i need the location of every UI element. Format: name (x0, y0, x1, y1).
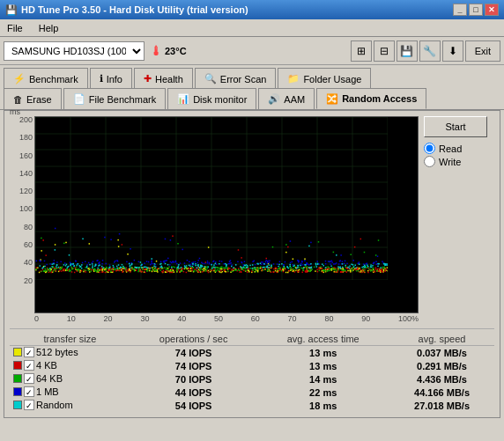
write-radio[interactable] (424, 156, 435, 167)
row-label-2: ✓ 64 KB (10, 372, 130, 386)
close-button[interactable]: ✕ (485, 4, 499, 16)
toolbar-btn-2[interactable]: ⊟ (374, 40, 395, 62)
tab-random-access[interactable]: 🔀 Random Access (316, 88, 426, 109)
radio-group: Read Write (424, 143, 462, 167)
tab-disk-monitor[interactable]: 📊 Disk monitor (167, 88, 256, 109)
y-tick-200: 200 (10, 116, 34, 124)
row-access-time-3: 22 ms (256, 386, 389, 399)
data-table: transfer size operations / sec avg. acce… (10, 333, 494, 412)
chart-controls: Start Read Write (424, 116, 494, 323)
y-tick-100: 100 (10, 205, 34, 213)
title-bar-text: HD Tune Pro 3.50 - Hard Disk Utility (tr… (21, 4, 248, 15)
read-radio-label[interactable]: Read (424, 143, 462, 154)
chart-wrapper: ms 200 180 160 140 120 100 80 60 40 20 (10, 116, 419, 323)
disk-monitor-icon: 📊 (177, 93, 189, 105)
x-tick-40: 40 (177, 314, 186, 323)
tab-file-benchmark[interactable]: 📄 File Benchmark (63, 88, 166, 109)
row-speed-4: 27.018 MB/s (389, 399, 494, 412)
exit-button[interactable]: Exit (465, 40, 500, 62)
row-ops-4: 54 IOPS (130, 399, 257, 412)
write-radio-label[interactable]: Write (424, 156, 462, 167)
x-tick-60: 60 (251, 314, 260, 323)
row-ops-0: 74 IOPS (130, 346, 257, 360)
chart-container: ms 200 180 160 140 120 100 80 60 40 20 (10, 116, 494, 323)
table-row: ✓ 1 MB 44 IOPS 22 ms 44.166 MB/s (10, 386, 494, 399)
y-tick-120: 120 (10, 187, 34, 195)
toolbar-btn-1[interactable]: ⊞ (351, 40, 372, 62)
y-tick-80: 80 (10, 224, 34, 232)
toolbar-btn-5[interactable]: ⬇ (442, 40, 463, 62)
x-tick-90: 90 (361, 314, 370, 323)
tab-info[interactable]: ℹ Info (90, 68, 132, 89)
y-tick-40: 40 (10, 259, 34, 267)
row-access-time-0: 13 ms (256, 346, 389, 360)
read-radio[interactable] (424, 143, 435, 154)
tabs-row-2: 🗑 Erase 📄 File Benchmark 📊 Disk monitor … (0, 88, 504, 110)
tab-folder-usage[interactable]: 📁 Folder Usage (278, 68, 371, 89)
y-tick-160: 160 (10, 152, 34, 160)
menu-bar: File Help (0, 19, 504, 37)
row-speed-3: 44.166 MB/s (389, 386, 494, 399)
y-tick-60: 60 (10, 241, 34, 249)
data-table-container: transfer size operations / sec avg. acce… (10, 328, 494, 412)
x-tick-50: 50 (214, 314, 223, 323)
toolbar-btn-3[interactable]: 💾 (397, 40, 418, 62)
row-ops-3: 44 IOPS (130, 386, 257, 399)
tab-erase[interactable]: 🗑 Erase (4, 88, 62, 109)
y-tick-20: 20 (10, 277, 34, 285)
title-bar-controls: _ □ ✕ (453, 4, 499, 16)
row-label-1: ✓ 4 KB (10, 359, 130, 372)
row-ops-1: 74 IOPS (130, 359, 257, 372)
x-tick-0: 0 (34, 314, 39, 323)
info-icon: ℹ (100, 73, 103, 85)
row-label-4: ✓ Random (10, 399, 130, 412)
y-axis: ms 200 180 160 140 120 100 80 60 40 20 (10, 116, 34, 323)
row-ops-2: 70 IOPS (130, 372, 257, 386)
tab-benchmark[interactable]: ⚡ Benchmark (4, 68, 88, 89)
table-row: ✓ 4 KB 74 IOPS 13 ms 0.291 MB/s (10, 359, 494, 372)
row-speed-0: 0.037 MB/s (389, 346, 494, 360)
error-scan-icon: 🔍 (204, 73, 217, 85)
erase-icon: 🗑 (13, 94, 23, 105)
app-icon: 💾 (5, 4, 18, 16)
minimize-button[interactable]: _ (453, 4, 467, 16)
y-tick-180: 180 (10, 134, 34, 142)
row-access-time-1: 13 ms (256, 359, 389, 372)
menu-help[interactable]: Help (35, 22, 63, 34)
col-access-time: avg. access time (256, 333, 389, 346)
tab-error-scan[interactable]: 🔍 Error Scan (195, 68, 277, 89)
menu-file[interactable]: File (4, 22, 26, 34)
x-tick-70: 70 (288, 314, 297, 323)
benchmark-icon: ⚡ (13, 73, 26, 85)
x-tick-20: 20 (104, 314, 113, 323)
table-row: ✓ Random 54 IOPS 18 ms 27.018 MB/s (10, 399, 494, 412)
tabs-row-1: ⚡ Benchmark ℹ Info ✚ Health 🔍 Error Scan… (0, 65, 504, 89)
toolbar-btn-4[interactable]: 🔧 (419, 40, 441, 62)
start-button[interactable]: Start (424, 116, 487, 137)
table-row: ✓ 64 KB 70 IOPS 14 ms 4.436 MB/s (10, 372, 494, 386)
row-label-0: ✓ 512 bytes (10, 346, 130, 360)
toolbar-icons: ⊞ ⊟ 💾 🔧 ⬇ Exit (351, 40, 500, 62)
col-transfer-size: transfer size (10, 333, 130, 346)
tab-aam[interactable]: 🔊 AAM (258, 88, 315, 109)
maximize-button[interactable]: □ (469, 4, 483, 16)
row-access-time-2: 14 ms (256, 372, 389, 386)
row-access-time-4: 18 ms (256, 399, 389, 412)
col-speed: avg. speed (389, 333, 494, 346)
aam-icon: 🔊 (268, 93, 280, 105)
toolbar: SAMSUNG HD103SJ (1000 GB) 🌡 23°C ⊞ ⊟ 💾 🔧… (0, 37, 504, 65)
chart-plot (34, 116, 419, 313)
row-speed-2: 4.436 MB/s (389, 372, 494, 386)
y-tick-140: 140 (10, 170, 34, 178)
tab-health[interactable]: ✚ Health (134, 68, 193, 89)
table-row: ✓ 512 bytes 74 IOPS 13 ms 0.037 MB/s (10, 346, 494, 360)
temperature-display: 🌡 23°C (150, 44, 187, 58)
x-tick-100: 100% (398, 314, 419, 323)
health-icon: ✚ (144, 73, 152, 85)
drive-select[interactable]: SAMSUNG HD103SJ (1000 GB) (4, 41, 145, 61)
title-bar: 💾 HD Tune Pro 3.50 - Hard Disk Utility (… (0, 0, 504, 19)
x-tick-80: 80 (324, 314, 333, 323)
thermometer-icon: 🌡 (150, 44, 162, 58)
x-tick-10: 10 (67, 314, 76, 323)
y-axis-label: ms (10, 107, 20, 116)
